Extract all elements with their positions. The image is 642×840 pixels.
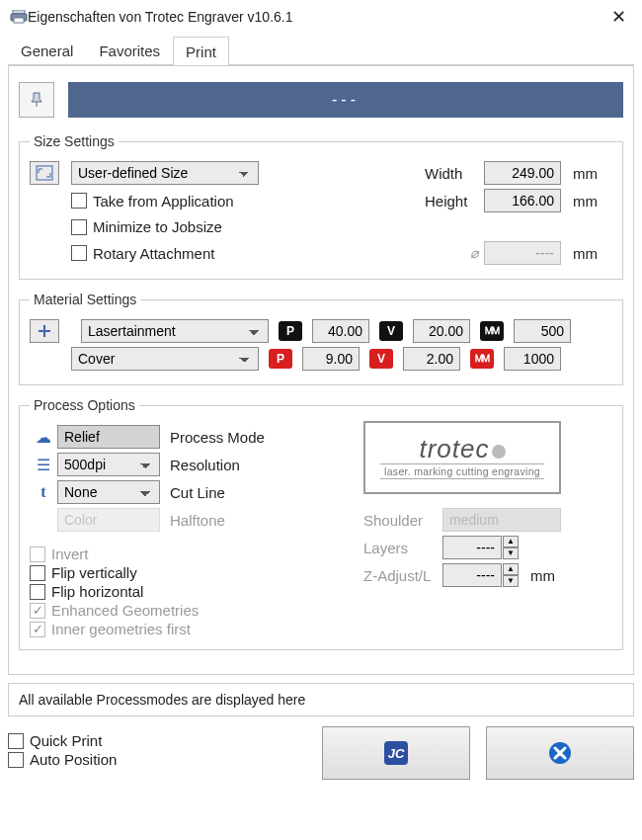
fit-icon [36,165,53,181]
flip-vertical-checkbox[interactable]: Flip vertically [30,564,356,581]
tab-general[interactable]: General [8,36,86,64]
velocity2-input[interactable] [403,347,460,371]
cutline-select[interactable]: None [57,480,160,504]
take-from-app-checkbox[interactable]: Take from Application [71,193,234,210]
close-icon[interactable]: ✕ [605,6,632,28]
tab-favorites[interactable]: Favorites [86,36,173,64]
window-title: Eigenschaften von Trotec Engraver v10.6.… [28,9,605,25]
flip-horizontal-checkbox[interactable]: Flip horizontal [30,583,356,600]
layers-up[interactable]: ▲ [503,536,519,547]
width-input[interactable] [484,161,561,185]
diameter-icon: ⌀ [470,245,478,261]
height-unit: mm [573,193,612,210]
trotec-logo: trotec laser. marking cutting engraving [363,421,561,494]
layers-down[interactable]: ▼ [503,547,519,559]
material-db-button[interactable] [30,319,59,343]
pin-button[interactable] [19,82,54,118]
process-mode-label: Process Mode [170,429,265,446]
cancel-button[interactable] [486,726,634,780]
minimize-jobsize-checkbox[interactable]: Minimize to Jobsize [71,218,222,235]
ok-button[interactable]: JC [322,726,470,780]
material-group-select[interactable]: Lasertainment [81,319,269,343]
svg-rect-2 [14,18,24,23]
shoulder-label: Shoulder [363,512,442,529]
process-legend: Process Options [30,397,139,413]
velocity1-input[interactable] [413,319,470,343]
enhanced-geometries-checkbox: Enhanced Geometries [30,602,356,619]
halftone-label: Halftone [170,512,225,529]
hz1-input[interactable] [514,319,571,343]
resolution-label: Resolution [170,457,240,473]
print-panel: --- Size Settings User-defined Size Widt… [8,65,634,675]
material-settings: Material Settings Lasertainment P V ᎷᎷ C… [19,292,623,385]
power-icon-red: P [269,349,292,369]
zadjust-unit: mm [530,567,570,584]
invert-checkbox: Invert [30,546,356,562]
height-label: Height [425,193,484,210]
size-legend: Size Settings [30,133,119,149]
velocity-icon-red: V [369,349,393,369]
preset-banner[interactable]: --- [68,82,623,118]
tabstrip: General Favorites Print [8,36,634,65]
size-fit-button[interactable] [30,161,59,185]
t-icon: t [30,483,57,501]
process-options: Process Options ☁ Relief Process Mode ☰ … [19,397,623,650]
diameter-input [484,241,561,265]
svg-rect-0 [13,10,25,14]
printer-icon [10,10,28,24]
size-mode-select[interactable]: User-defined Size [71,161,259,185]
tab-print[interactable]: Print [173,37,229,65]
width-label: Width [425,165,484,182]
cutline-label: Cut Line [170,484,225,501]
power-icon: P [279,321,302,341]
resolution-select[interactable]: 500dpi [57,453,160,476]
rotary-checkbox[interactable]: Rotary Attachment [71,245,214,262]
quick-print-checkbox[interactable]: Quick Print [8,732,306,749]
material-preset-select[interactable]: Cover [71,347,259,371]
power2-input[interactable] [302,347,360,371]
zadjust-up[interactable]: ▲ [503,563,519,575]
layers-input[interactable] [442,536,502,559]
pin-icon [29,92,44,108]
cancel-icon [546,739,574,767]
zadjust-stepper[interactable]: ▲▼ [442,563,519,587]
processmode-hint: All available Processmodes are displayed… [19,692,305,708]
layers-label: Layers [363,540,442,556]
hz-icon: ᎷᎷ [480,321,504,341]
cloud-icon: ☁ [30,428,57,447]
power1-input[interactable] [312,319,369,343]
svg-point-4 [42,329,46,333]
layers-stepper[interactable]: ▲▼ [442,536,519,559]
material-legend: Material Settings [30,292,140,307]
svg-text:JC: JC [388,746,405,761]
zadjust-label: Z-Adjust/L [363,567,442,584]
jc-icon: JC [382,739,410,767]
halftone-select: Color [57,508,160,532]
lines-icon: ☰ [30,456,57,474]
shoulder-select: medium [442,508,561,532]
velocity-icon: V [379,321,403,341]
size-settings: Size Settings User-defined Size Width mm… [19,133,623,280]
material-db-icon [37,323,52,339]
height-input[interactable] [484,189,561,212]
hz2-input[interactable] [504,347,561,371]
titlebar: Eigenschaften von Trotec Engraver v10.6.… [0,0,642,36]
hint-panel: All available Processmodes are displayed… [8,683,634,716]
hz-icon-red: ᎷᎷ [470,349,494,369]
process-mode-select[interactable]: Relief [57,425,160,449]
zadjust-input[interactable] [442,563,502,587]
diameter-unit: mm [573,245,612,262]
width-unit: mm [573,165,612,182]
inner-geometries-checkbox: Inner geometries first [30,621,356,637]
zadjust-down[interactable]: ▼ [503,575,519,587]
auto-position-checkbox[interactable]: Auto Position [8,751,306,768]
